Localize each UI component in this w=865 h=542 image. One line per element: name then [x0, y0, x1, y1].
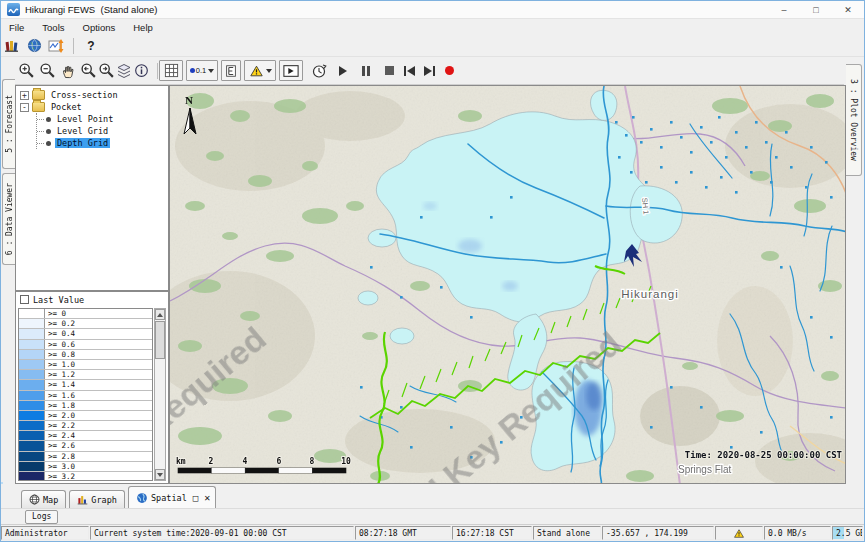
tab-map[interactable]: Map — [21, 490, 66, 508]
legend-color-swatch — [19, 441, 45, 450]
menu-help[interactable]: Help — [124, 19, 162, 35]
tab-plot-overview[interactable]: 3 : Plot Overview — [846, 64, 862, 176]
last-value-toggle[interactable]: Last Value — [16, 292, 168, 307]
tree-item-pocket[interactable]: - Pocket — [16, 101, 168, 113]
minimize-button[interactable]: – — [768, 1, 800, 18]
status-download-rate: 0.0 MB/s — [764, 526, 831, 540]
logs-button[interactable]: Logs — [25, 510, 58, 524]
scrollbar-thumb[interactable] — [155, 321, 165, 359]
record-button[interactable] — [439, 60, 459, 81]
legend-row[interactable]: >= 2.2 — [19, 421, 152, 431]
window-title: Hikurangi FEWS (Stand alone) — [25, 4, 158, 15]
tree-item-label: Level Grid — [55, 126, 110, 136]
tree-item-level-grid[interactable]: Level Grid — [37, 125, 168, 137]
status-local-time: 16:27:18 CST — [452, 526, 532, 540]
stop-icon — [385, 66, 394, 75]
legend-row[interactable]: >= 1.0 — [19, 360, 152, 370]
last-value-label: Last Value — [33, 295, 84, 305]
tree-item-depth-grid[interactable]: Depth Grid — [37, 137, 168, 149]
menu-file[interactable]: File — [1, 19, 33, 35]
map-view[interactable]: API Key Required API Key Required Hikura… — [169, 85, 846, 484]
class-breaks-dropdown[interactable]: 0.1 — [186, 60, 218, 81]
bottom-tabbar: Map Graph Spatial □ ✕ — [1, 484, 864, 509]
maximize-button[interactable]: □ — [800, 1, 832, 18]
scalar-editor-icon[interactable] — [45, 36, 67, 56]
tab-data-viewer-label: 6 : Data Viewer — [5, 183, 14, 255]
collapse-icon[interactable]: - — [20, 103, 29, 112]
legend-row[interactable]: >= 1.6 — [19, 391, 152, 401]
menu-options[interactable]: Options — [74, 19, 125, 35]
legend-color-swatch — [19, 391, 45, 400]
legend-row[interactable]: >= 1.8 — [19, 401, 152, 411]
grid-display-button[interactable] — [159, 60, 183, 81]
legend-row[interactable]: >= 0.6 — [19, 340, 152, 350]
status-mode: Stand alone — [533, 526, 601, 540]
info-button[interactable] — [131, 60, 151, 81]
legend-color-swatch — [19, 472, 45, 481]
legend-row[interactable]: >= 0 — [19, 309, 152, 319]
legend-color-swatch — [19, 350, 45, 359]
animation-window-button[interactable] — [279, 60, 303, 81]
pause-button[interactable] — [356, 60, 376, 81]
tab-maximize-icon[interactable]: □ — [193, 493, 198, 503]
tab-graph[interactable]: Graph — [69, 490, 125, 508]
help-button[interactable]: ? — [80, 36, 102, 56]
legend-panel: Last Value >= 0 >= 0.2 >= 0.4 — [15, 291, 169, 484]
svg-text:2: 2 — [209, 457, 214, 466]
legend-row[interactable]: >= 2.4 — [19, 431, 152, 441]
tab-forecast[interactable]: 5 : Forecast — [2, 79, 15, 169]
legend-row[interactable]: >= 2.0 — [19, 411, 152, 421]
bullet-icon — [46, 129, 51, 134]
legend-row[interactable]: >= 0.8 — [19, 350, 152, 360]
map-toolbar: 0.1 — [1, 57, 864, 85]
legend-row[interactable]: >= 1.2 — [19, 370, 152, 380]
scroll-down-icon[interactable] — [155, 469, 165, 480]
legend-row-label: >= 3.0 — [45, 462, 152, 471]
warning-dropdown[interactable] — [244, 60, 276, 81]
tab-graph-label: Graph — [91, 495, 117, 505]
legend-row-label: >= 1.0 — [45, 360, 152, 369]
tab-plot-overview-label: 3 : Plot Overview — [849, 79, 858, 161]
scale-legend-button[interactable] — [221, 60, 241, 81]
record-button[interactable] — [408, 60, 428, 81]
pan-hand-button[interactable] — [58, 60, 78, 81]
database-icon[interactable] — [1, 36, 23, 56]
legend-color-swatch — [19, 380, 45, 389]
tab-data-viewer[interactable]: 6 : Data Viewer — [2, 173, 15, 265]
main-toolbar: ? — [1, 35, 864, 57]
legend-row[interactable]: >= 0.4 — [19, 329, 152, 339]
legend-color-swatch — [19, 329, 45, 338]
status-warning-cell[interactable] — [715, 526, 763, 540]
legend-color-swatch — [19, 340, 45, 349]
tab-spatial-label: Spatial — [151, 493, 187, 503]
zoom-next-button[interactable] — [96, 60, 116, 81]
zoom-in-button[interactable] — [16, 60, 36, 81]
play-button[interactable] — [333, 60, 353, 81]
legend-row[interactable]: >= 3.0 — [19, 462, 152, 472]
close-button[interactable]: ✕ — [832, 1, 864, 18]
folder-icon — [32, 90, 45, 100]
menu-tools[interactable]: Tools — [33, 19, 73, 35]
pocket-children: Level Point Level Grid Depth Grid — [36, 113, 168, 149]
legend-row[interactable]: >= 1.4 — [19, 380, 152, 390]
legend-row[interactable]: >= 2.6 — [19, 441, 152, 451]
legend-row[interactable]: >= 0.2 — [19, 319, 152, 329]
legend-row[interactable]: >= 3.2 — [19, 472, 152, 481]
legend-row-label: >= 0.8 — [45, 350, 152, 359]
tree-connector — [37, 119, 44, 120]
zoom-out-button[interactable] — [37, 60, 57, 81]
animation-time-button[interactable] — [309, 60, 329, 81]
tab-close-icon[interactable]: ✕ — [204, 492, 210, 503]
tab-spatial[interactable]: Spatial □ ✕ — [128, 486, 216, 508]
legend-scrollbar[interactable] — [154, 308, 166, 481]
legend-row[interactable]: >= 2.8 — [19, 452, 152, 462]
place-label: Springs Flat — [678, 464, 732, 475]
stop-button[interactable] — [379, 60, 399, 81]
tree-item-level-point[interactable]: Level Point — [37, 113, 168, 125]
checkbox-icon[interactable] — [20, 295, 29, 304]
status-system-time: Current system time:2020-09-01 00:00 CST — [90, 526, 354, 540]
globe-icon[interactable] — [23, 36, 45, 56]
scroll-up-icon[interactable] — [155, 309, 165, 320]
expand-icon[interactable]: + — [20, 91, 29, 100]
zoom-previous-button[interactable] — [78, 60, 98, 81]
